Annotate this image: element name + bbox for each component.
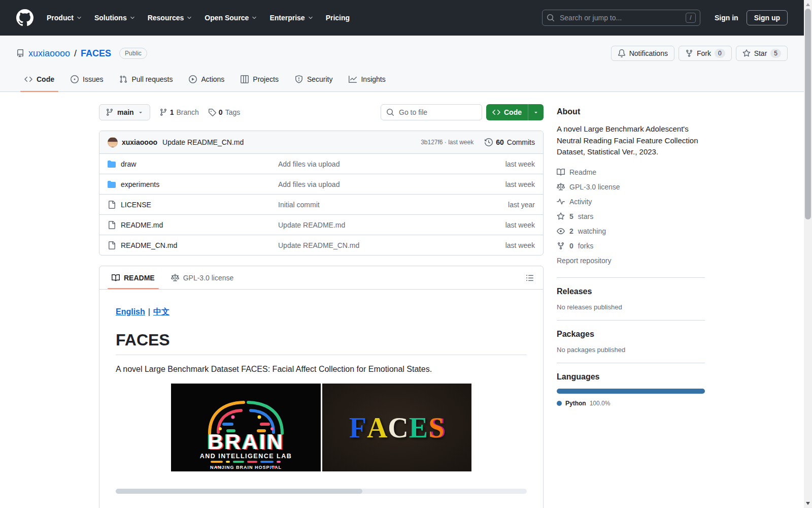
stars-count: 5	[569, 212, 573, 220]
sidebar-item-stars[interactable]: 5 stars	[557, 209, 705, 224]
report-repository-link[interactable]: Report repository	[557, 253, 705, 268]
watching-label: watching	[578, 227, 606, 235]
sidebar-item-forks[interactable]: 0 forks	[557, 239, 705, 253]
sidebar-item-activity[interactable]: Activity	[557, 195, 705, 209]
file-icon	[108, 241, 116, 249]
scroll-up-arrow-icon[interactable]	[806, 3, 810, 6]
language-bar[interactable]	[557, 389, 705, 394]
code-button[interactable]: Code	[486, 104, 544, 120]
tags-label: Tags	[225, 108, 241, 116]
branches-link[interactable]: 1 Branch	[159, 108, 199, 116]
chinese-link[interactable]: 中文	[153, 307, 170, 316]
language-legend-item[interactable]: Python 100.0%	[557, 400, 705, 407]
tab-insights[interactable]: Insights	[341, 67, 393, 91]
sidebar-item-license[interactable]: GPL-3.0 license	[557, 180, 705, 195]
readme-header: README GPL-3.0 license	[99, 266, 543, 290]
scroll-down-arrow-icon[interactable]	[806, 502, 810, 505]
tab-security[interactable]: Security	[287, 67, 341, 91]
github-logo-link[interactable]	[16, 9, 33, 26]
code-dropdown-caret[interactable]	[528, 104, 544, 120]
scrollbar-thumb[interactable]	[116, 489, 362, 494]
code-button-label: Code	[504, 108, 522, 116]
nav-item-product[interactable]: Product	[42, 10, 87, 26]
commit-sha-time: 3b127f6 · last week	[421, 139, 473, 146]
tab-license[interactable]: GPL-3.0 license	[163, 266, 242, 289]
brain-lab-logo-image[interactable]: BRAIN BRAIN BRAIN AND INTELLIGENCE LAB	[171, 384, 321, 471]
nav-item-enterprise[interactable]: Enterprise	[264, 10, 318, 26]
avatar[interactable]	[108, 137, 118, 147]
tab-label: Projects	[253, 75, 279, 83]
file-commit-message-link[interactable]: Update README_CN.md	[278, 241, 359, 249]
file-name-link[interactable]: README.md	[121, 221, 163, 229]
repo-icon	[16, 49, 24, 57]
tags-link[interactable]: 0 Tags	[208, 108, 240, 116]
branch-selector[interactable]: main	[99, 104, 150, 120]
readme-horizontal-scrollbar[interactable]	[116, 489, 527, 494]
divider	[557, 320, 705, 321]
sign-in-link[interactable]: Sign in	[708, 11, 745, 25]
nav-item-solutions[interactable]: Solutions	[89, 10, 141, 26]
file-name-link[interactable]: draw	[121, 160, 136, 168]
readme-language-links: English|中文	[116, 307, 527, 318]
nav-item-pricing[interactable]: Pricing	[321, 10, 355, 26]
tab-readme[interactable]: README	[104, 266, 163, 289]
file-commit-message-link[interactable]: Update README.md	[278, 221, 345, 229]
file-commit-message-link[interactable]: Add files via upload	[278, 160, 340, 168]
brain-logo-subtitle: AND INTELLIGENCE LAB	[200, 453, 292, 460]
file-name-link[interactable]: LICENSE	[121, 201, 151, 209]
star-button[interactable]: Star 5	[736, 46, 788, 61]
chevron-down-icon	[129, 15, 136, 21]
breadcrumb-owner-link[interactable]: xuxiaoooo	[28, 48, 70, 59]
breadcrumb-repo-link[interactable]: FACES	[81, 48, 111, 59]
nav-item-open-source[interactable]: Open Source	[199, 10, 262, 26]
table-row: README.md Update README.md last week	[99, 214, 543, 235]
commit-history-link[interactable]: 60 Commits	[485, 138, 535, 146]
github-logo-icon	[16, 9, 33, 26]
tab-pull-requests[interactable]: Pull requests	[111, 67, 181, 91]
history-icon	[485, 138, 493, 146]
nav-item-label: Open Source	[205, 14, 249, 22]
scrollbar-thumb[interactable]	[805, 9, 811, 219]
tab-projects[interactable]: Projects	[232, 67, 287, 91]
tab-code[interactable]: Code	[16, 67, 62, 91]
commit-author-link[interactable]: xuxiaoooo	[122, 138, 157, 146]
readme-link-label: Readme	[569, 168, 596, 176]
book-icon	[112, 274, 120, 282]
faces-letter: S	[428, 414, 445, 442]
separator: |	[148, 307, 150, 316]
fork-button[interactable]: Fork 0	[679, 46, 732, 61]
sidebar-item-watching[interactable]: 2 watching	[557, 224, 705, 239]
sign-up-button[interactable]: Sign up	[747, 10, 788, 25]
commits-label: Commits	[507, 138, 535, 146]
file-commit-message-link[interactable]: Add files via upload	[278, 180, 340, 188]
faces-letter: F	[349, 414, 367, 442]
file-name-link[interactable]: experiments	[121, 180, 159, 188]
global-search[interactable]: /	[542, 10, 700, 26]
brain-logo-title: BRAIN	[208, 429, 284, 454]
page-vertical-scrollbar[interactable]	[804, 0, 812, 508]
english-link[interactable]: English	[116, 307, 145, 316]
go-to-file-input[interactable]	[398, 108, 477, 117]
tab-issues[interactable]: Issues	[62, 67, 111, 91]
tab-label: Issues	[83, 75, 103, 83]
go-to-file-box[interactable]	[381, 104, 482, 120]
file-commit-time: last week	[479, 180, 535, 188]
outline-button[interactable]	[521, 270, 539, 284]
sidebar-item-readme[interactable]: Readme	[557, 165, 705, 180]
file-name-link[interactable]: README_CN.md	[121, 241, 177, 249]
chevron-down-icon	[76, 15, 82, 21]
top-navigation: Product Solutions Resources Open Source …	[0, 0, 804, 36]
notifications-button[interactable]: Notifications	[611, 46, 674, 61]
tab-actions[interactable]: Actions	[181, 67, 232, 91]
forks-label: forks	[578, 242, 593, 250]
search-input[interactable]	[559, 13, 682, 22]
readme-section: README GPL-3.0 license English|中文 FACES	[99, 266, 544, 508]
tab-label: Pull requests	[131, 75, 173, 83]
faces-logo-image[interactable]: F A C E S	[322, 384, 471, 471]
commit-message-link[interactable]: Update README_CN.md	[162, 138, 244, 146]
license-link-label: GPL-3.0 license	[569, 183, 620, 191]
visibility-badge: Public	[119, 48, 147, 59]
file-commit-message-link[interactable]: Initial commit	[278, 201, 320, 209]
nav-item-resources[interactable]: Resources	[143, 10, 198, 26]
fork-count: 0	[715, 49, 725, 58]
